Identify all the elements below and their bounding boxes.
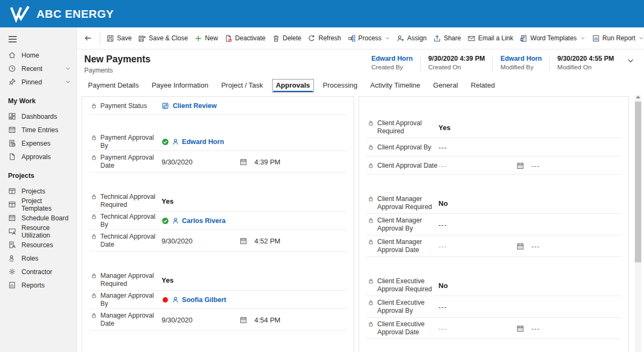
time-value: 4:54 PM [254,316,280,324]
document-icon [8,153,16,161]
field-row-executive-approval: Executive Approval [82,348,354,352]
command-process[interactable]: Process [345,27,393,49]
double-check-logo-icon [10,5,30,23]
chevron-down-icon [385,35,390,41]
back-arrow-icon [84,34,92,42]
assign-icon [397,34,405,42]
sidebar-item-dashboards[interactable]: Dashboards [0,110,76,123]
pin-icon [8,78,16,86]
field-value: Yes [162,197,173,205]
new-plus-icon [194,34,202,42]
tab-payment-details[interactable]: Payment Details [84,79,143,92]
command-deactivate[interactable]: Deactivate [221,27,269,49]
sidebar-item-recent[interactable]: Recent [0,62,76,75]
tab-approvals[interactable]: Approvals [272,79,314,92]
command-run-report[interactable]: Run Report [589,27,644,49]
command-email-a-link[interactable]: Email a Link [464,27,516,49]
sidebar-item-resource-utilization[interactable]: Resource Utilization [0,225,76,238]
lock-icon [368,144,374,150]
scroll-up-button[interactable] [635,95,641,101]
sidebar-item-project-templates[interactable]: Project Templates [0,198,76,211]
date-value: --- [438,162,516,170]
tab-processing[interactable]: Processing [319,79,361,92]
scrollbar-thumb[interactable] [635,102,641,262]
tab-related[interactable]: Related [467,79,499,92]
chevron-down-icon [639,35,644,41]
record-header: New Payments Payments Edward HornCreated… [77,49,644,76]
gear-icon [8,268,16,276]
person-lookup-link[interactable]: Soofia Gilbert [182,296,226,304]
project-grid-icon [8,200,16,209]
field-row-manager-approval-by: Manager Approval BySoofia Gilbert [82,291,354,309]
field-row-client-manager-approval-required: Client Manager Approval RequiredNo [359,192,628,214]
sidebar-item-expenses[interactable]: Expenses [0,137,76,150]
date-value: 9/30/2020 [162,316,239,324]
calendar-icon [8,214,16,222]
status-value-link[interactable]: Client Review [173,102,217,110]
sidebar-item-approvals[interactable]: Approvals [0,150,76,163]
command-save-close[interactable]: Save & Close [135,27,191,49]
form-gap [359,339,628,347]
sidebar-item-schedule-board[interactable]: Schedule Board [0,211,76,225]
lock-icon [91,213,97,220]
report-icon [8,281,16,289]
field-value: --- [438,303,447,311]
sidebar-item-pinned[interactable]: Pinned [0,75,76,89]
entity-name: Payments [84,67,151,74]
project-grid-icon [8,187,16,195]
sidebar-item-projects[interactable]: Projects [0,184,76,198]
sidebar-item-resources[interactable]: Resources [0,238,76,252]
calendar-small-icon [516,162,524,170]
brand-name: ABC ENERGY [36,8,114,20]
sidebar-group-title-my-work: My Work [0,89,76,110]
lock-icon [91,193,97,200]
sidebar-item-reports[interactable]: Reports [0,278,76,292]
form-gap [82,331,354,348]
command-delete[interactable]: Delete [269,27,305,49]
person-lookup-link[interactable]: Carlos Rivera [182,217,225,225]
form-gap [82,115,354,133]
page-title: New Payments [84,54,151,65]
field-value: Yes [162,276,173,284]
field-row-manager-approval-required: Manager Approval RequiredYes [82,269,354,291]
collapse-header-chevron-icon[interactable] [627,57,634,64]
word-templates-icon [519,34,528,42]
command-share[interactable]: Share [430,27,464,49]
lock-icon [91,134,97,141]
menu-toggle-button[interactable] [0,33,76,48]
lock-icon [368,321,374,327]
sidebar-nav: HomeRecentPinnedMy WorkDashboardsTime En… [0,27,77,352]
command-save[interactable]: Save [103,27,135,49]
tab-general[interactable]: General [429,79,462,92]
vertical-scrollbar[interactable] [635,95,641,352]
process-icon [348,34,356,42]
form-gap [359,97,628,117]
sidebar-item-roles[interactable]: Roles [0,252,76,265]
person-icon [172,296,179,304]
sidebar-item-time-entries[interactable]: Time Entries [0,123,76,137]
command-refresh[interactable]: Refresh [304,27,344,49]
form-gap [359,257,628,275]
back-button[interactable] [79,27,97,49]
date-value: --- [438,242,516,250]
tab-project-task[interactable]: Project / Task [217,79,267,92]
command-assign[interactable]: Assign [393,27,430,49]
time-value: 4:39 PM [254,158,280,166]
command-new[interactable]: New [191,27,221,49]
field-row-payment-status: Payment StatusClient Review [82,97,354,115]
person-lookup-link[interactable]: Edward Horn [182,138,224,146]
tab-payee-information[interactable]: Payee Information [148,79,213,92]
field-row-client-approval-required: Client Approval RequiredYes [359,117,628,138]
chevron-down-icon [65,79,71,85]
field-row-manager-approval-date: Manager Approval Date9/30/20204:54 PM [82,309,354,331]
chevron-down-icon [580,35,586,41]
field-value: No [438,282,448,290]
sidebar-item-contractor[interactable]: Contractor [0,265,76,278]
tab-activity-timeline[interactable]: Activity Timeline [367,79,424,92]
app-window: ABC ENERGY HomeRecentPinnedMy WorkDashbo… [0,0,644,352]
command-word-templates[interactable]: Word Templates [516,27,588,49]
lock-icon [91,233,97,240]
sidebar-item-home[interactable]: Home [0,48,76,62]
field-row-client-approval-date: Client Approval Date------ [359,156,628,175]
calendar-icon [8,126,16,134]
